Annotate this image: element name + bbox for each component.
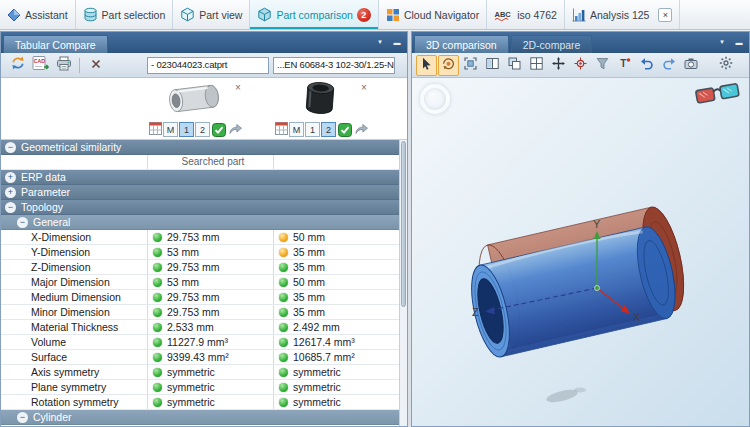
scrollbar-thumb[interactable] bbox=[401, 141, 406, 307]
expand-icon[interactable]: + bbox=[5, 187, 16, 198]
status-match-icon bbox=[279, 398, 288, 407]
fit-view-button[interactable] bbox=[460, 55, 481, 76]
tabular-compare-header: Tabular Compare ▾ ▬ bbox=[1, 32, 407, 53]
row-label: Major Dimension bbox=[1, 275, 147, 289]
remove-part-icon[interactable]: × bbox=[361, 82, 367, 93]
tab-3d-comparison[interactable]: 3D comparison bbox=[414, 35, 509, 53]
tab-label: Analysis 125 bbox=[590, 9, 650, 21]
section-general[interactable]: −General bbox=[1, 215, 407, 230]
panel-menu-icon[interactable]: ▾ bbox=[373, 35, 387, 49]
value-cell: 29.753 mm bbox=[147, 260, 273, 274]
close-tab-icon[interactable]: × bbox=[658, 8, 672, 22]
remove-part-icon[interactable]: × bbox=[235, 82, 241, 93]
value-cell: 53 mm bbox=[147, 275, 273, 289]
assistant-icon bbox=[7, 8, 21, 22]
grid-view-button[interactable] bbox=[526, 55, 547, 76]
collapse-icon[interactable]: − bbox=[17, 217, 28, 228]
mode-m-button[interactable]: M bbox=[163, 122, 178, 137]
section-geometrical-similarity[interactable]: −Geometrical similarity bbox=[1, 140, 407, 155]
compare-mode-row: M12M12 bbox=[1, 120, 407, 140]
close-icon bbox=[90, 56, 102, 74]
rotate-orbit-button[interactable] bbox=[438, 55, 459, 76]
mode-2-button[interactable]: 2 bbox=[321, 122, 336, 137]
status-match-icon bbox=[279, 368, 288, 377]
tab-label: Assistant bbox=[25, 9, 68, 21]
locate-button[interactable] bbox=[570, 55, 591, 76]
settings-gear-button[interactable] bbox=[715, 55, 736, 76]
cell-value: symmetric bbox=[293, 395, 341, 409]
funnel-button[interactable] bbox=[592, 55, 613, 76]
tab-2d-compare[interactable]: 2D-compare bbox=[511, 35, 593, 53]
move-button[interactable] bbox=[548, 55, 569, 76]
tab-cloud-navigator[interactable]: Cloud Navigator bbox=[379, 0, 487, 29]
mode-m-button[interactable]: M bbox=[289, 122, 304, 137]
cell-value: 53 mm bbox=[167, 245, 199, 259]
redo-button[interactable] bbox=[658, 55, 679, 76]
panel-menu-icon[interactable]: ▾ bbox=[715, 35, 729, 49]
tab-part-view[interactable]: Part view bbox=[173, 0, 250, 29]
camera-icon bbox=[684, 56, 698, 74]
cell-value: 50 mm bbox=[293, 275, 325, 289]
sync-button[interactable] bbox=[7, 55, 28, 76]
section-cylinder[interactable]: −Cylinder bbox=[1, 410, 407, 425]
cell-value: 50 mm bbox=[293, 230, 325, 244]
text-filter-button[interactable]: T bbox=[614, 55, 635, 76]
accept-icon[interactable] bbox=[212, 123, 226, 137]
panel-minimize-icon[interactable]: ▬ bbox=[390, 35, 404, 49]
cell-value: symmetric bbox=[293, 365, 341, 379]
mode-1-button[interactable]: 1 bbox=[179, 122, 194, 137]
tab-part-comparison[interactable]: Part comparison2 bbox=[250, 0, 378, 29]
collapse-icon[interactable]: − bbox=[5, 142, 16, 153]
panel-minimize-icon[interactable]: ▬ bbox=[732, 35, 746, 49]
mode-1-button[interactable]: 1 bbox=[305, 122, 320, 137]
part-comparison-icon bbox=[257, 7, 272, 22]
analysis-chart-icon bbox=[572, 8, 586, 22]
value-cell: 29.753 mm bbox=[147, 290, 273, 304]
section-label: Parameter bbox=[21, 185, 70, 199]
section-label: Topology bbox=[21, 200, 63, 214]
mode-2-button[interactable]: 2 bbox=[195, 122, 210, 137]
part-selection-icon bbox=[83, 7, 98, 22]
accept-icon[interactable] bbox=[338, 123, 352, 137]
vertical-scrollbar[interactable] bbox=[399, 140, 407, 426]
overlay-view-button[interactable] bbox=[504, 55, 525, 76]
expand-icon[interactable]: + bbox=[5, 172, 16, 183]
status-match-icon bbox=[279, 383, 288, 392]
split-view-button[interactable] bbox=[482, 55, 503, 76]
cad-export-button[interactable]: CAD bbox=[30, 55, 51, 76]
print-button[interactable] bbox=[53, 55, 74, 76]
tab-iso-4762[interactable]: ABCiso 4762 bbox=[487, 0, 565, 29]
collapse-icon[interactable]: − bbox=[17, 412, 28, 423]
value-cell: 11227.9 mm³ bbox=[147, 335, 273, 349]
status-match-icon bbox=[153, 383, 162, 392]
undo-icon bbox=[640, 56, 654, 74]
camera-button[interactable] bbox=[680, 55, 701, 76]
section-parameter[interactable]: +Parameter bbox=[1, 185, 407, 200]
tab-part-selection[interactable]: Part selection bbox=[76, 0, 174, 29]
tab-analysis-125[interactable]: Analysis 125× bbox=[565, 0, 681, 29]
section-topology[interactable]: −Topology bbox=[1, 200, 407, 215]
tab-assistant[interactable]: Assistant bbox=[0, 0, 76, 29]
part-name-field[interactable]: ...EN 60684-3 102-30/1.25-NC bbox=[273, 57, 395, 74]
select-button[interactable] bbox=[416, 55, 437, 76]
apply-arrow-icon[interactable] bbox=[354, 123, 369, 136]
mode-cell-group: M12 bbox=[273, 121, 399, 139]
undo-button[interactable] bbox=[636, 55, 657, 76]
apply-arrow-icon[interactable] bbox=[228, 123, 243, 136]
value-cell: symmetric bbox=[147, 365, 273, 379]
section-label: Geometrical similarity bbox=[21, 140, 121, 154]
tab-tabular-compare[interactable]: Tabular Compare bbox=[3, 35, 108, 53]
section-erp-data[interactable]: +ERP data bbox=[1, 170, 407, 185]
cell-value: symmetric bbox=[293, 380, 341, 394]
part-name-field[interactable]: - 023044023.catprt bbox=[147, 57, 269, 74]
status-match-icon bbox=[153, 233, 162, 242]
status-partial-icon bbox=[279, 233, 288, 242]
tab-label: Tabular Compare bbox=[15, 39, 96, 51]
searched-part-row: Searched part bbox=[1, 155, 407, 170]
3d-viewport[interactable]: Y X Z bbox=[412, 78, 749, 426]
collapse-icon[interactable]: − bbox=[5, 202, 16, 213]
status-match-icon bbox=[153, 368, 162, 377]
close-button[interactable] bbox=[85, 55, 106, 76]
row-label: X-Dimension bbox=[1, 230, 147, 244]
cell-value: symmetric bbox=[167, 395, 215, 409]
